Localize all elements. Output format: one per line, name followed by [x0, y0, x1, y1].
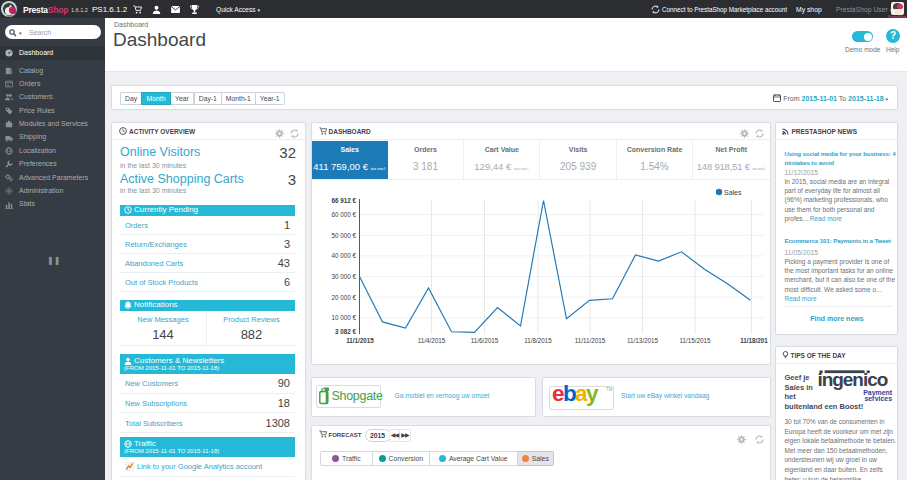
svg-text:60 000 €: 60 000 €: [331, 211, 356, 218]
svg-text:30 000 €: 30 000 €: [331, 273, 356, 280]
svg-text:11/15/2015: 11/15/2015: [679, 337, 711, 344]
svg-text:Sales: Sales: [724, 189, 742, 196]
svg-text:11/8/2015: 11/8/2015: [524, 337, 552, 344]
svg-text:11/4/2015: 11/4/2015: [417, 337, 445, 344]
svg-text:50 000 €: 50 000 €: [331, 232, 356, 239]
svg-text:40 000 €: 40 000 €: [331, 252, 356, 259]
svg-text:66 912 €: 66 912 €: [331, 197, 356, 204]
svg-text:services: services: [864, 395, 892, 402]
svg-text:11/6/2015: 11/6/2015: [470, 337, 498, 344]
svg-text:3 082 €: 3 082 €: [334, 328, 356, 335]
svg-text:11/11/2015: 11/11/2015: [574, 337, 605, 344]
svg-text:20 000 €: 20 000 €: [331, 294, 356, 301]
svg-text:11/1/2015: 11/1/2015: [346, 337, 374, 344]
svg-text:11/18/201: 11/18/201: [740, 337, 768, 344]
svg-text:10 000 €: 10 000 €: [331, 314, 356, 321]
svg-text:11/13/2015: 11/13/2015: [626, 337, 658, 344]
